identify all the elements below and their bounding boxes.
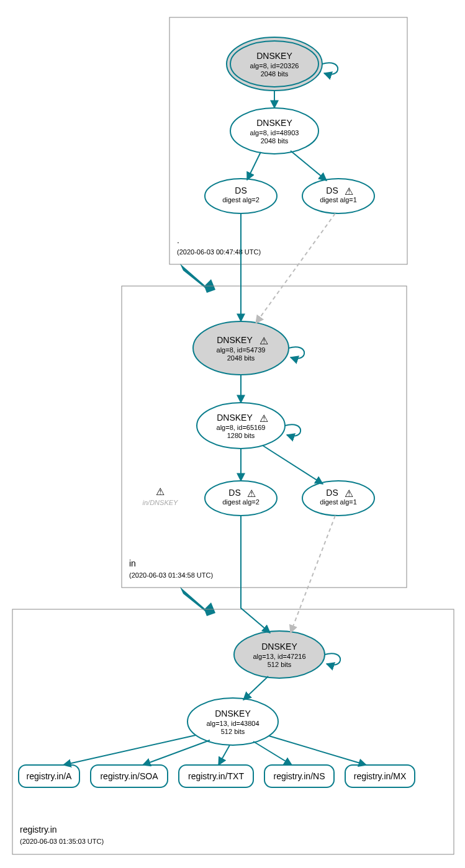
node-rr-ns: registry.in/NS	[264, 765, 334, 787]
svg-text:registry.in/SOA: registry.in/SOA	[100, 771, 158, 781]
svg-text:2048 bits: 2048 bits	[227, 354, 255, 362]
edge-reg-ksk-self	[325, 653, 340, 665]
svg-text:512 bits: 512 bits	[221, 728, 245, 735]
zone-arrow-in-registry	[180, 587, 215, 616]
zone-in-timestamp: (2020-06-03 01:34:58 UTC)	[129, 571, 213, 579]
warning-icon: ⚠	[345, 488, 353, 499]
edge-zsk-soa	[143, 740, 210, 765]
edge-zsk-a	[63, 735, 196, 765]
svg-text:registry.in/TXT: registry.in/TXT	[188, 771, 244, 781]
svg-text:DS: DS	[326, 186, 338, 195]
svg-text:registry.in/NS: registry.in/NS	[274, 771, 325, 781]
dnssec-chain-diagram: . (2020-06-03 00:47:48 UTC) DNSKEY alg=8…	[0, 0, 465, 868]
node-in-ksk: DNSKEY ⚠ alg=8, id=54739 2048 bits	[193, 321, 289, 375]
node-in-dnskey-ghost: ⚠ in/DNSKEY	[143, 486, 179, 506]
zone-arrow-root-in	[180, 264, 215, 293]
edge-root-zsk-ds1	[291, 151, 327, 181]
node-in-ds1: DS ⚠ digest alg=1	[302, 481, 374, 516]
node-rr-soa: registry.in/SOA	[91, 765, 168, 787]
node-root-ds1: DS ⚠ digest alg=1	[302, 179, 374, 213]
zone-root-timestamp: (2020-06-03 00:47:48 UTC)	[177, 248, 261, 256]
warning-icon: ⚠	[260, 413, 268, 424]
zone-registry-label: registry.in	[20, 825, 57, 834]
svg-text:DNSKEY: DNSKEY	[217, 335, 253, 345]
node-rr-mx: registry.in/MX	[345, 765, 415, 787]
node-reg-zsk: DNSKEY alg=13, id=43804 512 bits	[187, 698, 278, 745]
svg-text:DNSKEY: DNSKEY	[217, 413, 253, 423]
edge-in-zsk-self	[285, 424, 300, 436]
node-root-ds2: DS digest alg=2	[205, 179, 277, 213]
svg-text:digest alg=2: digest alg=2	[222, 498, 260, 506]
zone-registry-timestamp: (2020-06-03 01:35:03 UTC)	[20, 838, 104, 845]
edge-zsk-ns	[253, 741, 292, 765]
edge-in-zsk-ds1	[263, 445, 323, 484]
zone-in-label: in	[129, 558, 136, 568]
svg-text:alg=8, id=65169: alg=8, id=65169	[217, 424, 266, 431]
svg-text:digest alg=2: digest alg=2	[222, 196, 260, 204]
svg-text:alg=13, id=43804: alg=13, id=43804	[206, 720, 259, 727]
svg-text:digest alg=1: digest alg=1	[320, 498, 357, 506]
warning-icon: ⚠	[156, 486, 165, 497]
warning-icon: ⚠	[260, 336, 268, 346]
zone-root-label: .	[177, 235, 179, 245]
svg-text:DNSKEY: DNSKEY	[256, 51, 292, 61]
edge-root-ds1-in-ksk	[256, 213, 335, 323]
svg-text:DNSKEY: DNSKEY	[256, 118, 292, 128]
svg-text:alg=8, id=20326: alg=8, id=20326	[250, 62, 299, 69]
svg-text:in/DNSKEY: in/DNSKEY	[143, 499, 179, 506]
svg-text:DNSKEY: DNSKEY	[261, 642, 297, 651]
edge-reg-ksk-zsk	[243, 676, 268, 700]
svg-text:2048 bits: 2048 bits	[261, 137, 289, 145]
node-in-zsk: DNSKEY ⚠ alg=8, id=65169 1280 bits	[197, 403, 285, 449]
node-root-zsk: DNSKEY alg=8, id=48903 2048 bits	[230, 108, 318, 154]
node-root-ksk: DNSKEY alg=8, id=20326 2048 bits	[227, 37, 322, 91]
svg-text:registry.in/MX: registry.in/MX	[354, 771, 407, 781]
svg-text:alg=13, id=47216: alg=13, id=47216	[253, 653, 305, 660]
svg-text:1280 bits: 1280 bits	[227, 432, 255, 439]
node-in-ds2: DS ⚠ digest alg=2	[205, 481, 277, 516]
svg-text:alg=8, id=48903: alg=8, id=48903	[250, 129, 299, 136]
svg-text:DNSKEY: DNSKEY	[215, 709, 251, 718]
node-rr-txt: registry.in/TXT	[179, 765, 253, 787]
warning-icon: ⚠	[345, 186, 353, 197]
edge-in-ds2-reg-ksk	[241, 516, 270, 633]
svg-text:DS: DS	[228, 488, 240, 498]
svg-text:digest alg=1: digest alg=1	[320, 196, 357, 204]
edge-in-ds1-reg-ksk	[291, 516, 335, 633]
edge-root-zsk-ds2	[247, 152, 261, 180]
edge-root-ksk-self	[322, 63, 338, 74]
svg-text:DS: DS	[326, 488, 338, 498]
node-rr-a: registry.in/A	[19, 765, 79, 787]
edge-in-ksk-self	[289, 347, 304, 359]
edge-zsk-txt	[219, 745, 230, 765]
svg-text:registry.in/A: registry.in/A	[27, 771, 73, 781]
svg-text:alg=8, id=54739: alg=8, id=54739	[217, 346, 266, 354]
node-reg-ksk: DNSKEY alg=13, id=47216 512 bits	[234, 631, 325, 678]
svg-text:2048 bits: 2048 bits	[261, 70, 289, 78]
edge-zsk-mx	[269, 736, 366, 765]
svg-text:DS: DS	[235, 186, 246, 195]
warning-icon: ⚠	[247, 488, 256, 499]
svg-text:512 bits: 512 bits	[268, 661, 292, 668]
